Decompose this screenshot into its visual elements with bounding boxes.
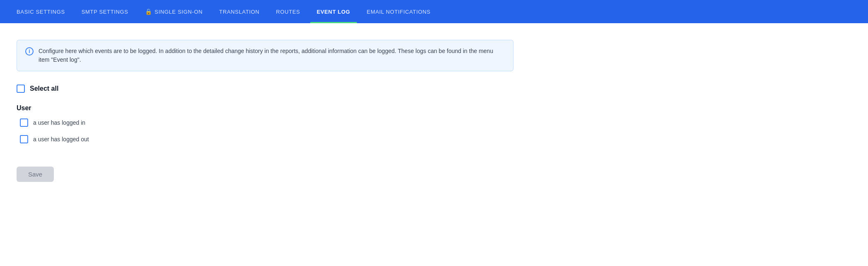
user-section-title: User xyxy=(17,104,851,112)
navbar: BASIC SETTINGS SMTP SETTINGS 🔒 SINGLE SI… xyxy=(0,0,868,23)
user-logged-in-row: a user has logged in xyxy=(17,118,851,127)
nav-email-notifications[interactable]: EMAIL NOTIFICATIONS xyxy=(360,0,437,23)
nav-basic-settings[interactable]: BASIC SETTINGS xyxy=(10,0,72,23)
info-banner-text: Configure here which events are to be lo… xyxy=(39,47,505,64)
nav-email-notifications-label: EMAIL NOTIFICATIONS xyxy=(367,9,431,15)
info-icon: i xyxy=(25,47,34,56)
user-logged-in-label: a user has logged in xyxy=(33,119,85,126)
nav-routes[interactable]: ROUTES xyxy=(270,0,307,23)
nav-translation[interactable]: TRANSLATION xyxy=(212,0,266,23)
main-content: i Configure here which events are to be … xyxy=(0,23,868,266)
nav-smtp-settings-label: SMTP SETTINGS xyxy=(82,9,128,15)
user-logged-in-checkbox[interactable] xyxy=(20,118,28,127)
user-section: User a user has logged in a user has log… xyxy=(17,104,851,143)
nav-basic-settings-label: BASIC SETTINGS xyxy=(17,9,65,15)
nav-event-log[interactable]: EVENT LOG xyxy=(310,0,357,23)
nav-single-sign-on-label: SINGLE SIGN-ON xyxy=(154,9,203,15)
save-button[interactable]: Save xyxy=(17,167,54,182)
nav-smtp-settings[interactable]: SMTP SETTINGS xyxy=(75,0,135,23)
user-logged-out-row: a user has logged out xyxy=(17,135,851,143)
select-all-label: Select all xyxy=(30,85,58,92)
lock-icon: 🔒 xyxy=(145,8,152,15)
select-all-checkbox[interactable] xyxy=(17,85,25,93)
info-banner: i Configure here which events are to be … xyxy=(17,40,514,71)
nav-single-sign-on[interactable]: 🔒 SINGLE SIGN-ON xyxy=(138,0,210,23)
nav-translation-label: TRANSLATION xyxy=(219,9,259,15)
select-all-row: Select all xyxy=(17,85,851,93)
nav-routes-label: ROUTES xyxy=(276,9,300,15)
user-logged-out-checkbox[interactable] xyxy=(20,135,28,143)
nav-event-log-label: EVENT LOG xyxy=(317,9,350,15)
user-logged-out-label: a user has logged out xyxy=(33,136,89,143)
